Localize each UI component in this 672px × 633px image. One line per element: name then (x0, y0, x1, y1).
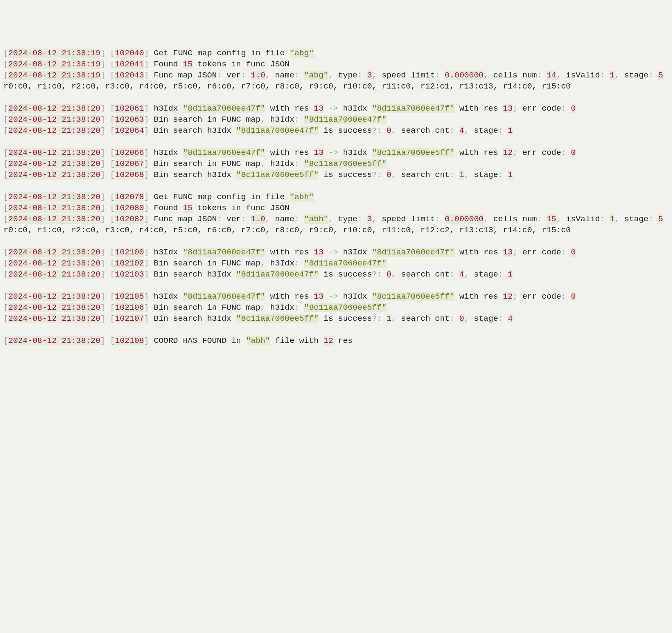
log-token: h3Idx (265, 159, 294, 168)
log-token: : (294, 214, 299, 224)
log-timestamp: 2024-08-12 21:38:20 (8, 336, 100, 345)
bracket: [ (110, 192, 115, 202)
log-timestamp: 2024-08-12 21:38:20 (8, 104, 100, 113)
log-token: type (333, 71, 357, 80)
log-token: 0 (571, 248, 575, 257)
log-token: with res (455, 292, 503, 301)
log-token: : (537, 71, 541, 80)
log-token: h3Idx (265, 303, 294, 312)
log-token: : (561, 148, 566, 157)
log-token: : (649, 71, 653, 80)
log-token: : (561, 248, 566, 257)
log-token (454, 126, 459, 135)
bracket: [ (110, 203, 115, 213)
log-timestamp: 2024-08-12 21:38:20 (8, 259, 100, 268)
bracket: ] (144, 60, 149, 69)
bracket: ] (100, 104, 105, 113)
log-timestamp: 2024-08-12 21:38:20 (8, 170, 100, 180)
log-token: with res (455, 248, 503, 257)
log-token: , (464, 270, 469, 279)
log-token (362, 214, 367, 224)
log-token: speed limit (377, 214, 435, 224)
bracket: [ (3, 248, 8, 257)
log-token (454, 270, 459, 279)
log-timestamp: 2024-08-12 21:38:20 (8, 214, 100, 224)
bracket: [ (3, 71, 8, 80)
bracket: [ (110, 270, 115, 279)
log-id: 102105 (115, 292, 144, 301)
log-token: is success (319, 314, 372, 323)
log-token (299, 214, 304, 224)
log-token (653, 214, 658, 224)
log-token (566, 248, 571, 257)
log-line: [2024-08-12 21:38:20] [102108] COORD HAS… (3, 335, 669, 346)
log-token (454, 314, 459, 323)
log-token (542, 71, 547, 80)
log-token: "abg" (304, 71, 328, 80)
log-timestamp: 2024-08-12 21:38:19 (8, 60, 100, 69)
log-token: search cnt (396, 126, 450, 135)
log-token (382, 270, 386, 279)
log-timestamp: 2024-08-12 21:38:20 (8, 148, 100, 157)
log-token: , (372, 214, 377, 224)
log-token: -> (328, 248, 338, 257)
log-id: 102082 (115, 214, 144, 224)
log-token: 1 (508, 270, 513, 279)
log-token: , (615, 214, 619, 224)
bracket: [ (110, 303, 115, 312)
bracket: ] (144, 248, 149, 257)
bracket: [ (110, 48, 115, 58)
log-output[interactable]: [2024-08-12 21:38:19] [102040] Get FUNC … (3, 48, 669, 346)
log-token (382, 126, 386, 135)
log-token: Func map JSON (149, 71, 217, 80)
log-token: 4 (508, 314, 513, 323)
log-token: "8c11aa7060ee5ff" (372, 148, 455, 157)
log-token: , (464, 170, 469, 180)
log-token: 1.0 (251, 71, 265, 80)
log-token: "8c11aa7060ee5ff" (372, 292, 455, 301)
log-token: 5 (658, 71, 663, 80)
log-token: , (260, 303, 265, 312)
log-token: , (556, 214, 561, 224)
log-token: name (270, 214, 294, 224)
log-token: , (391, 270, 396, 279)
bracket: ] (144, 115, 149, 124)
bracket: ] (144, 71, 149, 80)
log-token: : (435, 214, 440, 224)
log-token: ?: (372, 314, 382, 323)
log-token: ?: (372, 170, 382, 180)
log-token: : (435, 71, 440, 80)
log-token: : (600, 214, 605, 224)
log-token: -> (328, 148, 338, 157)
log-token: , (265, 71, 270, 80)
log-line (3, 180, 669, 191)
bracket: [ (3, 170, 8, 180)
log-timestamp: 2024-08-12 21:38:20 (8, 115, 100, 124)
log-token: "8d11aa7060ee47f" (183, 248, 265, 257)
bracket: [ (110, 115, 115, 124)
log-token: , (260, 115, 265, 124)
log-token (246, 214, 251, 224)
log-token: stage (469, 126, 498, 135)
log-id: 102041 (115, 60, 144, 69)
log-token: Bin search h3Idx (149, 314, 236, 323)
bracket: [ (3, 126, 8, 135)
log-line: [2024-08-12 21:38:20] [102078] Get FUNC … (3, 191, 669, 202)
log-token (440, 214, 444, 224)
log-token (324, 148, 328, 157)
log-token: 4 (459, 270, 464, 279)
log-line: [2024-08-12 21:38:20] [102067] Bin searc… (3, 158, 669, 169)
log-token: : (241, 214, 246, 224)
bracket: [ (110, 292, 115, 301)
bracket: ] (100, 170, 105, 180)
log-token (382, 314, 386, 323)
bracket: ] (100, 259, 105, 268)
log-token (503, 126, 508, 135)
log-token: : (217, 71, 222, 80)
log-token: , (328, 71, 333, 80)
log-token: search cnt (396, 170, 450, 180)
bracket: [ (3, 159, 8, 168)
log-id: 102078 (115, 192, 144, 202)
log-token: isValid (561, 214, 600, 224)
log-token: ; (513, 148, 517, 157)
